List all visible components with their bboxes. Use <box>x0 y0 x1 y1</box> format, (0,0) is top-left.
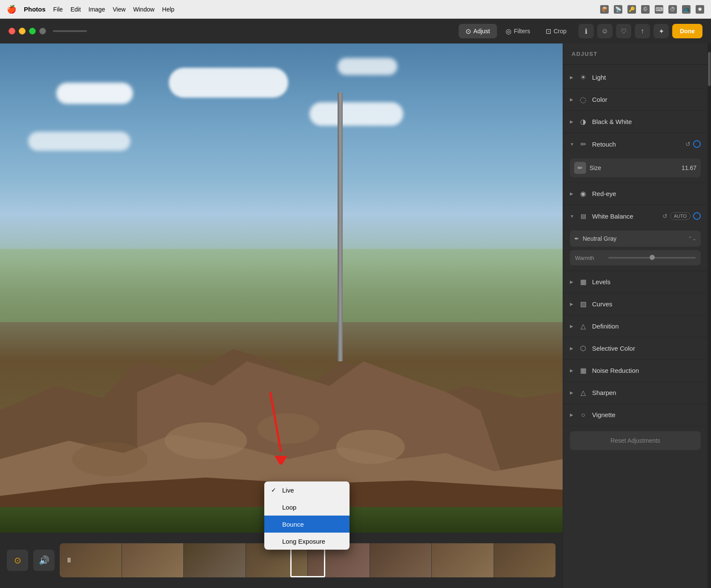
wb-toggle[interactable] <box>693 212 701 220</box>
retouch-undo-icon[interactable]: ↺ <box>685 141 691 147</box>
vignette-label: Vignette <box>592 411 701 418</box>
emoji-button[interactable]: ☺ <box>597 24 613 38</box>
adjust-item-levels[interactable]: ▶ ▦ Levels <box>563 271 708 293</box>
photo-canvas <box>0 43 563 533</box>
cloud-1 <box>56 83 133 104</box>
definition-icon: △ <box>578 322 588 331</box>
selective-color-label: Selective Color <box>592 345 701 352</box>
adjust-list[interactable]: ▶ ☀ Light ▶ ◌ Color ▶ ◑ Black & White <box>563 65 708 588</box>
tab-adjust[interactable]: ⊙ Adjust <box>459 24 497 38</box>
adjust-item-light[interactable]: ▶ ☀ Light <box>563 66 708 89</box>
light-chevron-icon: ▶ <box>570 75 574 80</box>
curves-label: Curves <box>592 300 701 308</box>
vignette-chevron-icon: ▶ <box>570 412 574 417</box>
svg-point-7 <box>72 442 147 476</box>
window-slider[interactable] <box>53 30 87 32</box>
adjust-title: ADJUST <box>572 51 598 57</box>
light-label: Light <box>592 74 701 81</box>
dropdown-item-live[interactable]: ✓ Live <box>264 481 350 499</box>
selective-color-icon: ⬡ <box>578 344 588 353</box>
reset-adjustments-button[interactable]: Reset Adjustments <box>570 431 701 450</box>
menu-file[interactable]: File <box>53 6 63 13</box>
retouch-chevron-icon: ▼ <box>570 142 574 147</box>
dropdown-item-loop[interactable]: Loop <box>264 499 350 516</box>
frame-6 <box>370 543 432 577</box>
heart-button[interactable]: ♡ <box>616 24 631 38</box>
photo-area: ⊙ 🔊 <box>0 43 563 588</box>
adjust-item-curves[interactable]: ▶ ▨ Curves <box>563 293 708 315</box>
live-photo-button[interactable]: ⊙ <box>7 550 28 571</box>
size-value: 11.67 <box>682 164 697 171</box>
adjust-header: ADJUST <box>563 43 708 65</box>
wb-undo-icon[interactable]: ↺ <box>662 213 668 219</box>
retouch-header[interactable]: ▼ ✏ Retouch ↺ <box>563 133 708 155</box>
wb-body: ✒ Neutral Gray ⌃⌄ Warmth <box>563 227 708 271</box>
menu-help[interactable]: Help <box>162 6 174 13</box>
adjust-item-redeye[interactable]: ▶ ◉ Red-eye <box>563 183 708 205</box>
tab-crop[interactable]: ⊡ Crop <box>539 24 573 38</box>
wb-arrow-icon: ⌃⌄ <box>688 236 697 242</box>
wb-dropdown-label: Neutral Gray <box>583 235 685 242</box>
adjust-item-definition[interactable]: ▶ △ Definition <box>563 315 708 337</box>
tab-filters[interactable]: ◎ Filters <box>499 24 537 38</box>
apple-menu[interactable]: 🍎 <box>7 5 16 14</box>
svg-marker-9 <box>275 456 287 464</box>
size-label: Size <box>590 164 678 171</box>
bounce-label: Bounce <box>282 521 304 528</box>
retouch-body: ✏ Size 11.67 <box>563 155 708 182</box>
toolbar-tabs: ⊙ Adjust ◎ Filters ⊡ Crop <box>459 24 573 38</box>
photo-view[interactable] <box>0 43 563 533</box>
wb-label: White Balance <box>592 213 658 220</box>
live-label: Live <box>282 487 294 494</box>
menu-window[interactable]: Window <box>133 6 155 13</box>
scrollbar-track[interactable] <box>708 43 711 588</box>
warmth-slider[interactable] <box>608 257 696 259</box>
magic-button[interactable]: ✦ <box>653 24 669 38</box>
adjust-icon: ⊙ <box>465 27 471 35</box>
adjust-item-selective-color[interactable]: ▶ ⬡ Selective Color <box>563 337 708 360</box>
c-icon: © <box>641 5 650 14</box>
wb-header[interactable]: ▼ ▤ White Balance ↺ AUTO <box>563 205 708 227</box>
curves-chevron-icon: ▶ <box>570 302 574 306</box>
menu-view[interactable]: View <box>113 6 125 13</box>
share-button[interactable]: ↑ <box>635 24 650 38</box>
loop-label: Loop <box>282 504 296 511</box>
bottom-bar: ⊙ 🔊 <box>0 533 563 588</box>
fullscreen-button[interactable] <box>39 28 46 35</box>
pause-icon[interactable]: ⏸ <box>66 556 72 564</box>
close-button[interactable] <box>9 28 15 35</box>
dropdown-item-long-exposure[interactable]: Long Exposure <box>264 533 350 550</box>
wb-auto-badge: AUTO <box>670 212 691 220</box>
frame-3 <box>184 543 246 577</box>
done-button[interactable]: Done <box>672 24 702 38</box>
wb-dropdown[interactable]: ✒ Neutral Gray ⌃⌄ <box>570 231 701 247</box>
levels-icon: ▦ <box>578 277 588 287</box>
sound-button[interactable]: 🔊 <box>33 550 55 571</box>
noise-label: Noise Reduction <box>592 367 701 374</box>
svg-point-6 <box>336 430 405 464</box>
wb-icon: ▤ <box>578 211 588 221</box>
sharpen-icon: △ <box>578 388 588 398</box>
maximize-button[interactable] <box>29 28 36 35</box>
info-button[interactable]: ℹ <box>578 24 594 38</box>
crop-icon: ⊡ <box>546 27 551 35</box>
retouch-actions: ↺ <box>685 140 701 148</box>
adjust-item-bw[interactable]: ▶ ◑ Black & White <box>563 111 708 133</box>
right-panel: ADJUST ▶ ☀ Light ▶ ◌ Color ▶ ◑ <box>563 43 708 588</box>
live-icon: ⊙ <box>14 555 21 565</box>
retouch-toggle[interactable] <box>693 140 701 148</box>
color-label: Color <box>592 96 701 103</box>
adjust-item-vignette[interactable]: ▶ ○ Vignette <box>563 404 708 426</box>
scrollbar-thumb[interactable] <box>708 52 711 86</box>
adjust-item-color[interactable]: ▶ ◌ Color <box>563 89 708 111</box>
menu-image[interactable]: Image <box>89 6 105 13</box>
menu-edit[interactable]: Edit <box>70 6 81 13</box>
adjust-item-noise-reduction[interactable]: ▶ ▦ Noise Reduction <box>563 360 708 382</box>
light-icon: ☀ <box>578 73 588 82</box>
check-icon: ✓ <box>271 487 278 493</box>
wb-chevron-icon: ▼ <box>570 214 574 219</box>
color-icon: ◌ <box>578 95 588 104</box>
dropdown-item-bounce[interactable]: Bounce <box>264 516 350 533</box>
minimize-button[interactable] <box>19 28 26 35</box>
adjust-item-sharpen[interactable]: ▶ △ Sharpen <box>563 382 708 404</box>
